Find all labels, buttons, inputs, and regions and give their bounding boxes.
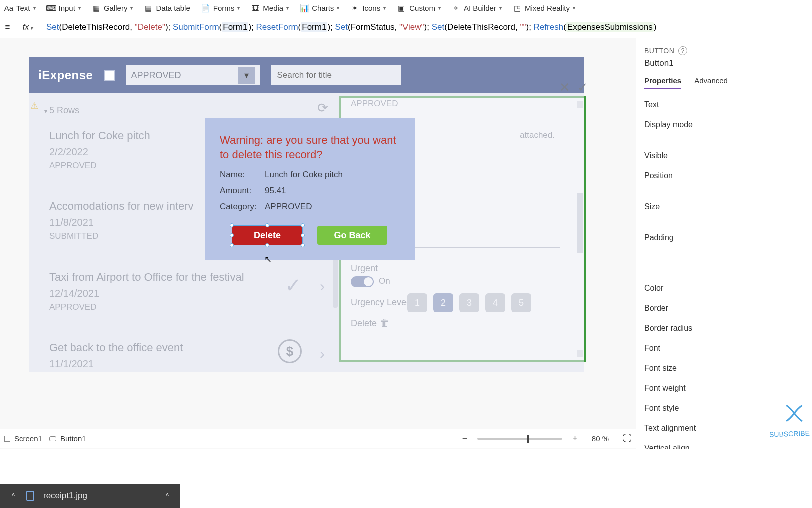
selection-handle[interactable] (230, 243, 234, 247)
urgency-btn-1[interactable]: 1 (407, 293, 427, 312)
prop-row-fontweight[interactable]: Font weight (644, 384, 812, 393)
checkmark-icon[interactable]: ✓ (285, 274, 302, 297)
app-canvas[interactable]: iExpense APPROVED ▾ ⚠ ▾5 Rows ⟳ Lunch fo… (29, 57, 584, 372)
filter-dropdown[interactable]: APPROVED ▾ (126, 65, 260, 85)
app-body: ⚠ ▾5 Rows ⟳ Lunch for Coke pitch 2/2/202… (29, 93, 584, 372)
detail-status-label: APPROVED (351, 99, 398, 109)
refresh-icon[interactable]: ⟳ (314, 99, 331, 116)
ribbon-custom-label: Custom (409, 4, 435, 12)
dialog-field-name: Name:Lunch for Coke pitch (205, 167, 415, 183)
dna-logo-icon (784, 403, 805, 424)
ribbon-charts[interactable]: 📊Charts▾ (300, 4, 339, 13)
forms-icon: 📄 (201, 4, 210, 13)
chevron-right-icon[interactable]: › (320, 278, 325, 295)
ribbon-charts-label: Charts (312, 4, 334, 12)
control-name[interactable]: Button1 (644, 58, 812, 68)
selection-handle[interactable] (301, 223, 305, 227)
prop-row-size[interactable]: Size (644, 202, 812, 211)
urgent-toggle[interactable] (351, 276, 374, 287)
selection-handle[interactable] (301, 243, 305, 247)
fit-to-window-icon[interactable]: ⛶ (623, 433, 632, 444)
ribbon-datatable-label: Data table (156, 4, 190, 12)
list-item[interactable]: Taxi from Airport to Office for the fest… (44, 264, 332, 321)
dialog-field-value: 95.41 (265, 186, 286, 196)
zoom-out-button[interactable]: − (459, 433, 471, 444)
zoom-in-button[interactable]: + (569, 433, 581, 444)
ribbon-media-label: Media (263, 4, 283, 12)
urgency-btn-4[interactable]: 4 (485, 293, 505, 312)
selection-handle[interactable] (265, 223, 269, 227)
prop-row-font[interactable]: Font (644, 344, 812, 353)
ribbon-icons[interactable]: ✶Icons▾ (350, 4, 386, 13)
delete-confirm-dialog: Warning: are you sure that you want to d… (205, 118, 415, 260)
trash-icon[interactable]: 🗑 (380, 317, 390, 329)
fx-button[interactable]: fx▾ (15, 18, 40, 36)
urgency-btn-5[interactable]: 5 (511, 293, 531, 312)
ribbon-text-label: Text (16, 4, 30, 12)
prop-row-color[interactable]: Color (644, 284, 812, 293)
urgency-btn-2[interactable]: 2 (433, 293, 453, 312)
ribbon-media[interactable]: 🖼Media▾ (251, 4, 289, 13)
chevron-up-icon[interactable]: ＾ (9, 491, 17, 501)
detail-scrollbar[interactable] (577, 101, 583, 357)
ribbon-input-label: Input (59, 4, 75, 12)
ribbon-text[interactable]: AaText▾ (4, 4, 36, 13)
zoom-slider[interactable] (477, 438, 562, 440)
ribbon-custom[interactable]: ▣Custom▾ (397, 4, 441, 13)
go-back-button[interactable]: Go Back (317, 226, 387, 245)
dialog-field-value: APPROVED (265, 202, 312, 212)
breadcrumb-screen[interactable]: Screen1 (4, 434, 42, 443)
input-icon: ⌨ (47, 4, 56, 13)
ribbon-aibuilder[interactable]: ✧AI Builder▾ (452, 4, 502, 13)
download-file-bar[interactable]: ＾ receipt1.jpg ＾ (0, 484, 180, 508)
zoom-slider-thumb[interactable] (527, 435, 529, 443)
chevron-right-icon[interactable]: › (320, 345, 325, 362)
prop-row-border[interactable]: Border (644, 304, 812, 313)
urgency-btn-3[interactable]: 3 (459, 293, 479, 312)
filter-checkbox[interactable] (104, 70, 115, 81)
ribbon-datatable[interactable]: ▤Data table (144, 4, 190, 13)
tab-properties[interactable]: Properties (644, 76, 681, 89)
selection-handle[interactable] (230, 233, 234, 237)
list-item[interactable]: Get back to the office event 11/1/2021 $… (44, 334, 332, 379)
datatable-icon: ▤ (144, 4, 153, 13)
chevron-down-icon[interactable]: ▾ (44, 108, 47, 115)
ribbon-gallery[interactable]: ▦Gallery▾ (92, 4, 133, 13)
prop-row-borderradius[interactable]: Border radius (644, 324, 812, 333)
ribbon-forms[interactable]: 📄Forms▾ (201, 4, 240, 13)
ribbon-mixedreality[interactable]: ◳Mixed Reality▾ (513, 4, 575, 13)
help-icon[interactable]: ? (678, 46, 687, 55)
breadcrumb-label: Screen1 (14, 434, 42, 443)
screen-icon (4, 436, 10, 442)
prop-row-visible[interactable]: Visible (644, 151, 812, 160)
chevron-down-icon: ▾ (337, 5, 339, 11)
selection-handle[interactable] (301, 233, 305, 237)
prop-row-displaymode[interactable]: Display mode (644, 120, 812, 129)
scroll-down-icon[interactable] (577, 350, 583, 357)
prop-row-position[interactable]: Position (644, 171, 812, 180)
chevron-down-icon: ▾ (33, 5, 36, 11)
prop-row-padding[interactable]: Padding (644, 233, 812, 242)
prop-row-fontsize[interactable]: Font size (644, 364, 812, 373)
tab-advanced[interactable]: Advanced (694, 76, 728, 89)
dropdown-chevron-icon[interactable]: ▾ (238, 67, 255, 84)
formula-input[interactable]: Set(DeleteThisRecord, "Delete"); SubmitF… (40, 22, 812, 32)
delete-button[interactable]: Delete (232, 226, 302, 245)
selection-handle[interactable] (265, 243, 269, 247)
rows-count-label: ▾5 Rows (44, 105, 79, 116)
breadcrumb-button[interactable]: Button1 (49, 434, 86, 443)
ribbon-input[interactable]: ⌨Input▾ (47, 4, 81, 13)
gallery-icon: ▦ (92, 4, 101, 13)
dollar-icon[interactable]: $ (278, 339, 302, 363)
confirm-check-icon[interactable]: ✓ (577, 80, 588, 95)
formula-equals-button[interactable]: ≡ (0, 18, 15, 36)
scroll-up-icon[interactable] (577, 101, 583, 108)
chevron-up-icon[interactable]: ＾ (163, 491, 171, 501)
chevron-down-icon: ▾ (130, 5, 133, 11)
close-icon[interactable]: ✕ (559, 80, 570, 95)
scroll-thumb[interactable] (577, 193, 583, 253)
dialog-field-label: Amount: (220, 186, 265, 196)
selection-handle[interactable] (230, 223, 234, 227)
custom-icon: ▣ (397, 4, 406, 13)
prop-row-text[interactable]: Text (644, 100, 812, 109)
